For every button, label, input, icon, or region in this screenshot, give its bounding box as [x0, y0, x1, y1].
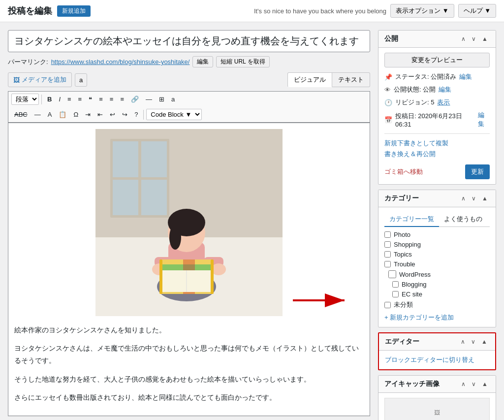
- visibility-edit-link[interactable]: 編集: [439, 85, 451, 94]
- editor-widget-toggle[interactable]: ▲: [479, 337, 489, 346]
- paragraph-select[interactable]: 段落: [11, 94, 39, 105]
- editor-content[interactable]: 絵本作家のヨシタケシンスケさんを知りました。 ヨシタケシンスケさんは、メモ魔で生…: [8, 123, 370, 416]
- redo-button[interactable]: ↪: [119, 109, 130, 120]
- category-collapse-down[interactable]: ∨: [470, 194, 478, 203]
- editor-para-3: そうした地道な努力を経て、大人と子供の感覚をあわせもった絵本を描いていらっしゃい…: [14, 373, 364, 386]
- view-tabs: ビジュアル テキスト: [287, 72, 370, 87]
- featured-image-collapse-down[interactable]: ∨: [470, 380, 478, 388]
- undo-button[interactable]: ↩: [107, 109, 118, 120]
- category-checkbox-uncategorized[interactable]: [384, 302, 391, 308]
- category-checkbox-topics[interactable]: [384, 251, 391, 258]
- list-item: Topics: [384, 251, 490, 258]
- editor-widget-title: エディター: [385, 337, 419, 346]
- permalink-url[interactable]: https://www.slashd.com/blog/shinsuke-yos…: [51, 58, 190, 65]
- preview-button[interactable]: 変更をプレビュー: [384, 53, 490, 67]
- permalink-edit-button[interactable]: 編集: [192, 56, 213, 67]
- italic-button[interactable]: I: [56, 94, 63, 105]
- editor-para-4: さらにエッセイも数冊出版されており、絵本と同様に読んでとても面白かったです。: [14, 391, 364, 404]
- toolbar-toggle-button[interactable]: ⊞: [156, 94, 167, 105]
- publish-title: 公開: [384, 34, 398, 43]
- category-checkbox-shopping[interactable]: [384, 241, 391, 248]
- editor-widget-collapse-down[interactable]: ∨: [469, 337, 477, 346]
- date-edit-link[interactable]: 編集: [478, 111, 490, 129]
- outdent-button[interactable]: ⇤: [94, 109, 106, 120]
- display-options-button[interactable]: 表示オプション ▼: [390, 4, 454, 18]
- category-tab-frequent[interactable]: よく使うもの: [439, 212, 487, 227]
- category-toggle[interactable]: ▲: [480, 194, 490, 203]
- category-list: Photo Shopping Topics Trouble WordPress …: [384, 231, 490, 309]
- a-button[interactable]: a: [75, 73, 87, 87]
- sidebar-column: 公開 ∧ ∨ ▲ 変更をプレビュー 📌 ステータス: 公開済み 編集 👁: [378, 30, 496, 420]
- featured-image-collapse-up[interactable]: ∧: [459, 380, 468, 388]
- permalink-shorturl-button[interactable]: 短縮 URL を取得: [216, 56, 269, 67]
- ul-button[interactable]: ≡: [64, 94, 74, 105]
- editor-widget-header-actions: ∧ ∨ ▲: [459, 337, 489, 346]
- block-editor-link[interactable]: ブロックエディターに切り替え: [385, 356, 474, 363]
- align-center-button[interactable]: ≡: [107, 94, 117, 105]
- category-header-actions: ∧ ∨ ▲: [459, 194, 490, 203]
- text-tab[interactable]: テキスト: [332, 72, 370, 87]
- visibility-row: 👁 公開状態: 公開 編集: [384, 85, 490, 94]
- blockquote-button[interactable]: ❝: [86, 94, 95, 105]
- category-box: カテゴリー ∧ ∨ ▲ カテゴリー一覧 よく使うもの Photo Shoppin…: [378, 190, 496, 327]
- svg-rect-6: [113, 177, 167, 180]
- svg-rect-18: [159, 259, 162, 294]
- editor-widget-collapse-up[interactable]: ∧: [459, 337, 467, 346]
- featured-image-header-actions: ∧ ∨ ▲: [459, 380, 490, 388]
- republish-link[interactable]: 書き換え＆再公開: [384, 150, 490, 159]
- add-category-link[interactable]: + 新規カテゴリーを追加: [384, 313, 490, 322]
- editor-image: [95, 129, 283, 316]
- publish-collapse-down[interactable]: ∨: [470, 34, 478, 43]
- permalink-label: パーマリンク:: [8, 58, 48, 66]
- omega-button[interactable]: Ω: [70, 109, 81, 120]
- add-media-button[interactable]: 🖼 メディアを追加: [8, 72, 72, 87]
- date-label: 投稿日: 2020年6月23日 06:31: [395, 112, 475, 128]
- visual-tab[interactable]: ビジュアル: [287, 72, 332, 87]
- ol-button[interactable]: ≡: [75, 94, 85, 105]
- publish-toggle[interactable]: ▲: [480, 34, 490, 43]
- indent-button[interactable]: ⇥: [82, 109, 94, 120]
- publish-actions: 新規下書きとして複製 書き換え＆再公開 ゴミ箱へ移動 更新: [384, 133, 490, 179]
- list-item: Photo: [384, 231, 490, 238]
- code-block-select[interactable]: Code Block ▼: [146, 109, 202, 120]
- category-checkbox-trouble[interactable]: [384, 261, 391, 267]
- link-button[interactable]: 🔗: [128, 94, 142, 105]
- update-button[interactable]: 更新: [465, 164, 490, 179]
- help-fmt-button[interactable]: ?: [131, 109, 141, 120]
- publish-box: 公開 ∧ ∨ ▲ 変更をプレビュー 📌 ステータス: 公開済み 編集 👁: [378, 30, 496, 185]
- trash-link[interactable]: ゴミ箱へ移動: [384, 167, 423, 176]
- category-tab-all[interactable]: カテゴリー一覧: [384, 212, 439, 227]
- admin-bar-right: It's so nice to have you back where you …: [254, 4, 496, 18]
- media-icon: 🖼: [13, 76, 20, 84]
- text-color-button[interactable]: A: [45, 109, 55, 120]
- category-title: カテゴリー: [384, 194, 419, 203]
- strikethrough-button[interactable]: ABC: [11, 109, 31, 120]
- featured-image-title: アイキャッチ画像: [384, 380, 440, 388]
- draft-link[interactable]: 新規下書きとして複製: [384, 139, 490, 148]
- editor-column: パーマリンク: https://www.slashd.com/blog/shin…: [8, 30, 370, 420]
- category-checkbox-photo[interactable]: [384, 231, 391, 238]
- toolbar-separator: [41, 95, 42, 104]
- bold-button[interactable]: B: [44, 94, 55, 105]
- category-collapse-up[interactable]: ∧: [459, 194, 468, 203]
- category-checkbox-ecsite[interactable]: [392, 291, 399, 297]
- publish-box-header: 公開 ∧ ∨ ▲: [378, 31, 496, 48]
- category-checkbox-wordpress[interactable]: [388, 270, 396, 278]
- help-button[interactable]: ヘルプ ▼: [458, 4, 496, 18]
- paste-button[interactable]: 📋: [56, 109, 69, 120]
- readmore-button[interactable]: —: [143, 94, 155, 105]
- editor-widget-box: エディター ∧ ∨ ▲ ブロックエディターに切り替え: [378, 332, 496, 370]
- align-right-button[interactable]: ≡: [117, 94, 127, 105]
- status-edit-link[interactable]: 編集: [459, 72, 472, 81]
- hr-button[interactable]: —: [32, 109, 44, 120]
- revision-view-link[interactable]: 表示: [437, 98, 450, 107]
- new-add-button[interactable]: 新規追加: [57, 5, 91, 17]
- post-title-input[interactable]: [8, 30, 370, 52]
- featured-image-toggle[interactable]: ▲: [480, 380, 490, 388]
- status-bar: 文字数: 1050 最後の編集: 2023年5月7日 9:54 AM – sla…: [8, 416, 370, 420]
- align-left-button[interactable]: ≡: [96, 94, 106, 105]
- publish-collapse-up[interactable]: ∧: [459, 34, 468, 43]
- amazon-button[interactable]: a: [168, 94, 178, 105]
- category-checkbox-blogging[interactable]: [392, 281, 399, 288]
- editor-para-2: ヨシタケシンスケさんは、メモ魔で生活の中でおもしろいと思った事は何でもメモ（イラ…: [14, 342, 364, 367]
